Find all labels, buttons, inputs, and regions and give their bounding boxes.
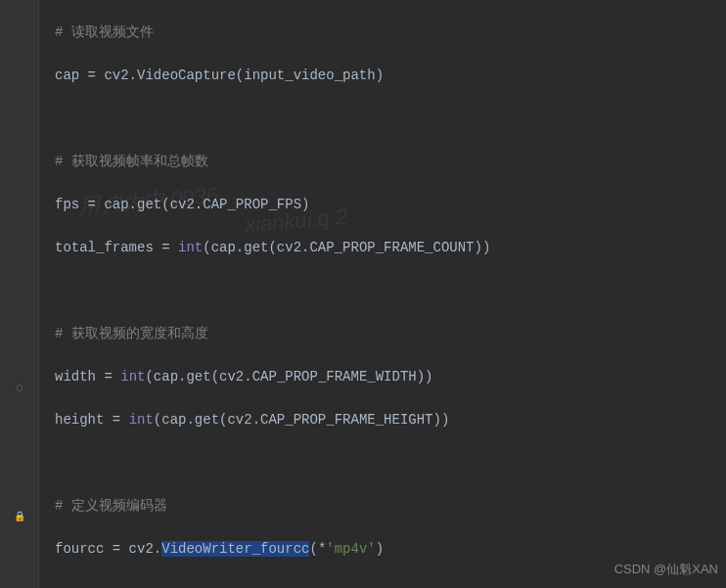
code-comment: # 获取视频帧率和总帧数 <box>55 154 208 169</box>
fold-marker-icon[interactable]: ◯ <box>14 383 25 394</box>
code-comment: # 定义视频编码器 <box>55 498 167 514</box>
code-comment: # 获取视频的宽度和高度 <box>55 326 208 341</box>
lock-icon: 🔒 <box>14 512 25 523</box>
highlighted-token: VideoWriter_fourcc <box>161 541 309 557</box>
editor-gutter: ◯ 🔒 <box>0 0 39 588</box>
code-comment: # 读取视频文件 <box>55 24 154 40</box>
code-editor-content[interactable]: # 读取视频文件 cap = cv2.VideoCapture(input_vi… <box>55 0 726 588</box>
